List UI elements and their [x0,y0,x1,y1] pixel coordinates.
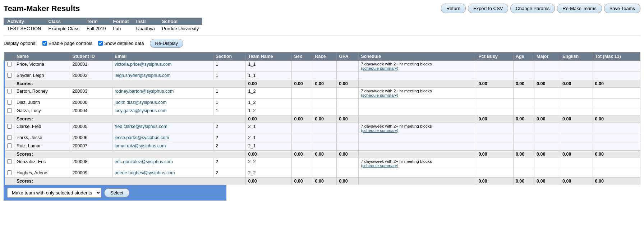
row-checkbox-cell[interactable] [4,169,14,178]
table-row: Gonzalez, Eric 200008 eric.gonzalez@sysi… [4,158,640,169]
student-tot [593,169,640,178]
student-id: 200008 [70,158,112,169]
scores-pct-busy: 0.00 [476,80,513,88]
row-checkbox[interactable] [7,170,12,175]
row-checkbox[interactable] [7,108,12,113]
scores-schedule [359,80,476,88]
save-teams-button[interactable]: Save Teams [604,4,640,13]
student-sex [292,142,313,151]
row-checkbox-cell[interactable] [4,123,14,134]
scores-age: 0.00 [513,115,534,123]
schedule-summary-link[interactable]: (schedule summary) [361,66,398,70]
table-row: Ruiz, Lamar 200007 lamar.ruiz@sysiphus.c… [4,142,640,151]
english-header: English [560,52,593,61]
student-race [313,169,337,178]
row-checkbox-cell[interactable] [4,134,14,142]
scores-race: 0.00 [313,115,337,123]
row-checkbox-cell[interactable] [4,88,14,99]
row-checkbox[interactable] [7,73,12,78]
age-header: Age [513,52,534,61]
email-link[interactable]: lamar.ruiz@sysiphus.com [115,143,166,148]
remake-teams-button[interactable]: Re-Make Teams [557,4,602,13]
scores-major: 0.00 [534,151,560,158]
page-title: Team-Maker Results [4,4,80,13]
student-age [513,134,534,142]
scores-pct-busy: 0.00 [476,178,513,185]
email-link[interactable]: jesse.parks@sysiphus.com [115,135,169,140]
row-checkbox[interactable] [7,135,12,140]
row-checkbox[interactable] [7,143,12,148]
schedule-summary-link[interactable]: (schedule summary) [361,93,398,97]
row-checkbox[interactable] [7,100,12,105]
scores-gpa: 0.00 [337,178,359,185]
student-email: lamar.ruiz@sysiphus.com [112,142,213,151]
row-checkbox-cell[interactable] [4,107,14,115]
student-tot [593,61,640,72]
student-sex [292,134,313,142]
student-age [513,169,534,178]
race-header: Race [313,52,337,61]
scores-schedule [359,115,476,123]
select-button[interactable]: Select [104,188,129,197]
email-link[interactable]: leigh.snyder@sysiphus.com [115,73,171,78]
student-race [313,158,337,169]
student-pct-busy [476,158,513,169]
scores-gpa: 0.00 [337,151,359,158]
scores-team: 0.00 [246,151,292,158]
schedule-summary-link[interactable]: (schedule summary) [361,128,398,133]
show-detailed-data-label[interactable]: Show detailed data [98,41,144,46]
student-tot [593,142,640,151]
row-checkbox-cell[interactable] [4,142,14,151]
student-sex [292,72,313,80]
student-section: 1 [213,107,246,115]
student-id: 200004 [70,107,112,115]
scores-team: 0.00 [246,80,292,88]
student-name: Gonzalez, Eric [14,158,70,169]
row-checkbox-cell[interactable] [4,158,14,169]
email-link[interactable]: judith.diaz@sysiphus.com [115,100,167,105]
student-tot [593,123,640,134]
row-checkbox[interactable] [7,62,12,66]
table-row: Hughes, Arlene 200009 arlene.hughes@sysi… [4,169,640,178]
schedule-summary-link[interactable]: (schedule summary) [361,164,398,168]
row-checkbox-cell[interactable] [4,61,14,72]
student-id: 200009 [70,169,112,178]
student-section: 2 [213,158,246,169]
email-link[interactable]: lucy.garza@sysiphus.com [115,108,166,113]
student-race [313,99,337,107]
email-link[interactable]: eric.gonzalez@sysiphus.com [115,159,173,164]
student-name: Hughes, Arlene [14,169,70,178]
scores-race: 0.00 [313,80,337,88]
scores-checkbox-cell [4,80,14,88]
student-section: 2 [213,134,246,142]
enable-page-controls-label[interactable]: Enable page controls [42,41,92,46]
student-major [534,169,560,178]
row-checkbox[interactable] [7,159,12,164]
show-detailed-data-checkbox[interactable] [98,41,103,46]
email-link[interactable]: fred.clarke@sysiphus.com [115,124,167,129]
row-checkbox[interactable] [7,124,12,129]
email-link[interactable]: victoria.price@sysiphus.com [115,62,172,67]
email-link[interactable]: arlene.hughes@sysiphus.com [115,170,175,175]
student-english [560,142,593,151]
student-gpa [337,61,359,72]
row-checkbox-cell[interactable] [4,99,14,107]
export-csv-button[interactable]: Export to CSV [468,4,508,13]
change-params-button[interactable]: Change Params [510,4,555,13]
row-checkbox-cell[interactable] [4,72,14,80]
student-pct-busy [476,72,513,80]
student-major [534,134,560,142]
scores-race: 0.00 [313,151,337,158]
student-english [560,88,593,99]
make-team-dropdown[interactable]: Make team with only selected students [7,188,101,198]
student-team: 1_2 [246,88,292,99]
email-link[interactable]: rodney.barton@sysiphus.com [115,89,174,94]
scores-major: 0.00 [534,80,560,88]
enable-page-controls-checkbox[interactable] [42,41,47,46]
row-checkbox[interactable] [7,89,12,93]
student-section: 1 [213,61,246,72]
student-english [560,99,593,107]
return-button[interactable]: Return [441,4,466,13]
student-schedule [359,134,476,142]
redisplay-button[interactable]: Re-Display [150,39,184,48]
